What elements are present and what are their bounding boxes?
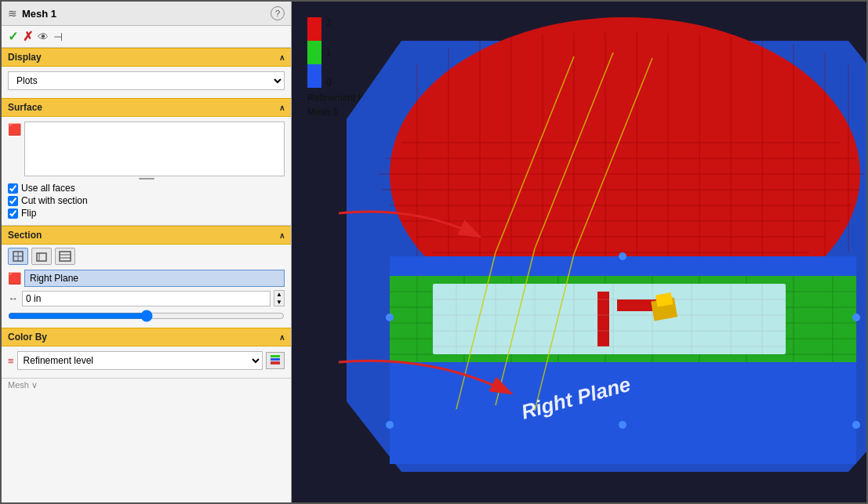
surface-list-row: 🟥 <box>8 121 285 176</box>
offset-input[interactable]: 0 in <box>22 291 271 306</box>
colorby-edit-button[interactable] <box>266 352 285 369</box>
svg-point-77 <box>852 421 860 429</box>
section-btn-cube[interactable] <box>8 248 28 265</box>
surface-section-header[interactable]: Surface ∧ <box>2 98 291 117</box>
use-all-faces-label: Use all faces <box>21 183 75 194</box>
svg-rect-10 <box>271 358 280 361</box>
offset-icon: ↔ <box>8 292 19 304</box>
legend-green <box>307 41 321 64</box>
colorby-icon: ≡ <box>8 355 14 367</box>
check-icon: ✓ <box>8 29 18 44</box>
svg-point-74 <box>619 252 626 260</box>
display-section-header[interactable]: Display ∧ <box>2 48 291 67</box>
offset-spinner: ▲ ▼ <box>274 290 285 306</box>
offset-input-wrap: 0 in <box>22 291 271 306</box>
color-by-collapse-icon: ∧ <box>279 333 285 342</box>
pin-button[interactable]: ⊣ <box>53 31 63 43</box>
display-collapse-icon: ∧ <box>279 53 285 62</box>
mesh-3d-viewport: Right Plane <box>339 17 866 488</box>
display-dropdown-row: Plots Mesh Contour <box>8 71 285 90</box>
visibility-button[interactable]: 👁 <box>38 31 49 43</box>
flip-label: Flip <box>21 208 36 219</box>
offset-slider[interactable] <box>8 310 285 322</box>
svg-rect-3 <box>37 253 46 261</box>
section-section-header[interactable]: Section ∧ <box>2 226 291 245</box>
cancel-button[interactable]: ✗ <box>23 29 33 44</box>
section-btn-surface[interactable] <box>31 248 52 265</box>
legend-labels: 2 1 0 <box>326 17 332 88</box>
legend-bar <box>307 17 321 88</box>
section-red-icon: 🟥 <box>8 272 21 285</box>
display-dropdown[interactable]: Plots Mesh Contour <box>8 71 285 90</box>
surface-collapse-icon: ∧ <box>279 103 285 112</box>
use-all-faces-row: Use all faces <box>8 183 285 194</box>
svg-point-72 <box>386 314 394 321</box>
confirm-button[interactable]: ✓ <box>8 29 18 44</box>
color-legend: 2 1 0 <box>307 17 332 88</box>
panel-header: ≋ Mesh 1 ? <box>2 2 291 26</box>
svg-point-75 <box>619 421 626 429</box>
cut-with-section-label: Cut with section <box>21 195 88 206</box>
display-section-content: Plots Mesh Contour <box>2 67 291 98</box>
svg-rect-5 <box>60 252 71 261</box>
section-section-label: Section <box>8 230 42 241</box>
panel-title: Mesh 1 <box>22 8 266 20</box>
cross-icon: ✗ <box>23 29 33 44</box>
legend-label-bot: 0 <box>326 77 332 88</box>
pin-icon: ⊣ <box>53 31 63 43</box>
display-section-label: Display <box>8 52 42 63</box>
cut-with-section-row: Cut with section <box>8 195 285 206</box>
offset-row: ↔ 0 in ▲ ▼ <box>2 288 291 308</box>
svg-rect-9 <box>271 355 280 357</box>
offset-slider-row <box>2 308 291 328</box>
eye-icon: 👁 <box>38 31 49 43</box>
legend-mesh-label: Mesh 1 <box>307 107 338 118</box>
left-panel: ≋ Mesh 1 ? ✓ ✗ 👁 ⊣ Display ∧ <box>2 2 292 502</box>
flip-row: Flip <box>8 208 285 219</box>
colorby-dropdown[interactable]: Refinement level Cell type Region <box>17 351 263 370</box>
help-button[interactable]: ? <box>271 6 285 20</box>
use-all-faces-checkbox[interactable] <box>8 183 18 194</box>
section-icons-row <box>2 245 291 268</box>
mesh-bottom-label: Mesh ∨ <box>2 379 291 392</box>
surface-cube-icon: 🟥 <box>8 123 21 136</box>
svg-rect-55 <box>597 292 609 346</box>
right-panel: 2 1 0 Refinement level [ ] Mesh 1 <box>292 2 866 502</box>
svg-point-73 <box>852 314 860 321</box>
surface-section-label: Surface <box>8 102 42 113</box>
legend-label-mid: 1 <box>326 47 332 58</box>
color-by-section-content: ≡ Refinement level Cell type Region <box>2 346 291 375</box>
legend-blue <box>307 64 321 88</box>
colorby-row: ≡ Refinement level Cell type Region <box>8 351 285 370</box>
section-collapse-icon: ∧ <box>279 231 285 240</box>
color-by-section-label: Color By <box>8 332 47 343</box>
svg-rect-8 <box>271 361 280 364</box>
surface-section-content: 🟥 Use all faces Cut with section Flip <box>2 117 291 225</box>
toolbar: ✓ ✗ 👁 ⊣ <box>2 26 291 48</box>
surface-list-box[interactable] <box>24 121 285 176</box>
svg-point-76 <box>386 421 394 429</box>
selected-item-row: 🟥 Right Plane <box>2 268 291 288</box>
selected-item-display[interactable]: Right Plane <box>24 270 285 287</box>
color-by-section-header[interactable]: Color By ∧ <box>2 328 291 346</box>
offset-spinner-up[interactable]: ▲ <box>274 291 284 299</box>
mesh-icon: ≋ <box>8 7 17 20</box>
flip-checkbox[interactable] <box>8 208 18 219</box>
section-btn-list[interactable] <box>55 248 75 265</box>
cut-with-section-checkbox[interactable] <box>8 196 18 206</box>
legend-red <box>307 17 321 41</box>
legend-label-top: 2 <box>326 17 332 28</box>
offset-spinner-down[interactable]: ▼ <box>274 299 284 306</box>
